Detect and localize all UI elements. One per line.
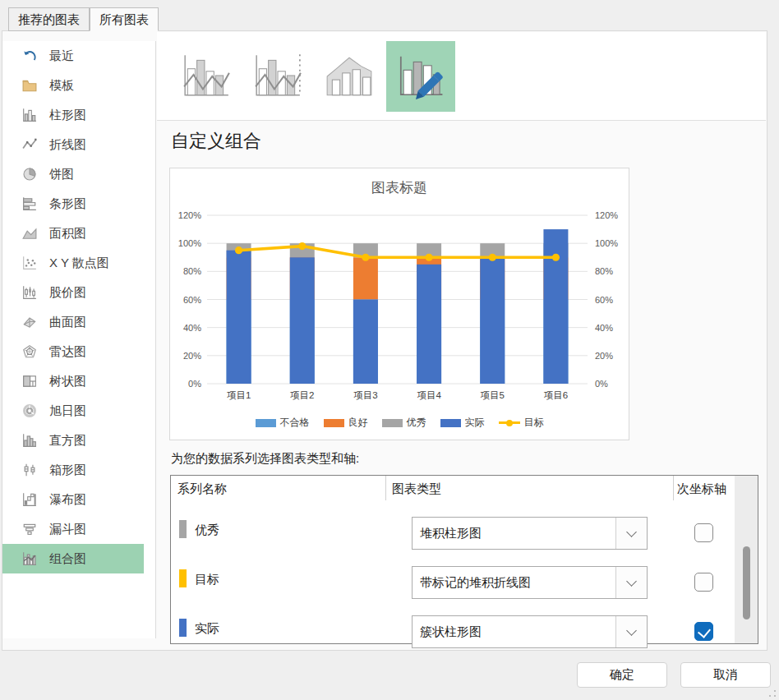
- sidebar-item-label: 饼图: [49, 167, 74, 182]
- dropdown-button[interactable]: [615, 567, 647, 598]
- sidebar-item-combo[interactable]: 组合图: [2, 544, 144, 573]
- chart-type-dropdown-目标[interactable]: 带标记的堆积折线图: [412, 566, 648, 599]
- ok-button[interactable]: 确定: [577, 662, 667, 688]
- chart-type-dropdown-实际[interactable]: 簇状柱形图: [412, 615, 648, 648]
- svg-text:80%: 80%: [183, 266, 201, 276]
- treemap-icon: [22, 374, 37, 389]
- sidebar-item-scatter[interactable]: X Y 散点图: [2, 248, 155, 278]
- series-row-目标: 目标带标记的堆积折线图: [171, 550, 735, 599]
- series-color-swatch: [179, 520, 187, 538]
- tab-all-charts[interactable]: 所有图表: [90, 7, 159, 31]
- sidebar-item-label: 面积图: [49, 226, 86, 242]
- chevron-down-icon: [626, 625, 637, 636]
- series-color-swatch: [179, 619, 187, 637]
- sidebar-item-label: X Y 散点图: [49, 256, 109, 271]
- funnel-icon: [22, 522, 37, 537]
- sidebar-item-label: 柱形图: [49, 108, 86, 123]
- cancel-button[interactable]: 取消: [680, 662, 771, 688]
- legend-line-swatch: [499, 419, 520, 427]
- sidebar-item-boxwhisker[interactable]: 箱形图: [2, 455, 155, 485]
- svg-text:40%: 40%: [183, 323, 201, 333]
- column-header-chart-type: 图表类型: [392, 481, 441, 497]
- pie-icon: [22, 167, 37, 182]
- sidebar-item-sunburst[interactable]: 旭日图: [2, 396, 155, 426]
- chart-type-dropdown-优秀[interactable]: 堆积柱形图: [412, 517, 648, 550]
- legend-item-良好: 良好: [324, 416, 368, 430]
- legend-item-不合格: 不合格: [256, 416, 310, 430]
- sidebar-item-area[interactable]: 面积图: [2, 219, 155, 248]
- sidebar-item-pie[interactable]: 饼图: [2, 159, 155, 189]
- table-scrollbar[interactable]: [735, 476, 758, 643]
- sidebar-item-histogram[interactable]: 直方图: [2, 426, 155, 455]
- sidebar-item-label: 漏斗图: [49, 522, 86, 537]
- area-icon: [22, 226, 37, 241]
- series-row-实际: 实际簇状柱形图: [171, 599, 735, 648]
- legend-swatch: [382, 419, 403, 427]
- series-row-优秀: 优秀堆积柱形图: [171, 500, 735, 550]
- scatter-icon: [22, 256, 37, 270]
- legend-label: 目标: [524, 416, 544, 430]
- chart-type-sidebar: 最近模板柱形图折线图饼图条形图面积图X Y 散点图股价图曲面图雷达图树状图旭日图…: [2, 41, 155, 638]
- dropdown-button[interactable]: [615, 518, 647, 549]
- sidebar-item-line[interactable]: 折线图: [2, 130, 155, 159]
- sidebar-item-label: 树状图: [49, 374, 86, 389]
- sidebar-item-radar[interactable]: 雷达图: [2, 337, 155, 366]
- dropdown-button[interactable]: [615, 616, 647, 647]
- sidebar-item-label: 曲面图: [49, 315, 86, 330]
- legend-item-实际: 实际: [440, 416, 485, 430]
- chart-legend: 不合格良好优秀实际目标: [170, 416, 629, 430]
- combo-type-stacked-area-clustered-column[interactable]: [315, 41, 384, 112]
- sidebar-item-label: 雷达图: [49, 344, 86, 360]
- legend-label: 优秀: [407, 416, 426, 430]
- legend-swatch: [440, 419, 461, 427]
- waterfall-icon: [22, 492, 37, 507]
- secondary-axis-checkbox-实际[interactable]: [694, 622, 713, 641]
- sidebar-item-label: 旭日图: [49, 403, 86, 419]
- boxwhisker-icon: [22, 463, 37, 477]
- svg-text:80%: 80%: [595, 266, 613, 276]
- column-header-secondary-axis: 次坐标轴: [677, 481, 726, 497]
- svg-text:项目3: 项目3: [353, 390, 377, 400]
- table-scrollbar-thumb[interactable]: [743, 546, 750, 619]
- sidebar-item-stock[interactable]: 股价图: [2, 278, 155, 307]
- svg-text:0%: 0%: [595, 379, 608, 389]
- sidebar-item-surface[interactable]: 曲面图: [2, 307, 155, 337]
- line-icon: [22, 137, 37, 152]
- sidebar-item-label: 股价图: [49, 285, 86, 301]
- sunburst-icon: [22, 403, 37, 418]
- legend-item-目标: 目标: [499, 416, 544, 430]
- sidebar-item-label: 箱形图: [49, 463, 86, 478]
- sidebar-item-label: 瀑布图: [49, 492, 86, 508]
- resize-grip[interactable]: [768, 689, 777, 698]
- chart-type-value: 簇状柱形图: [413, 624, 615, 640]
- combo-type-clustered-column-line[interactable]: [172, 41, 241, 112]
- sidebar-item-funnel[interactable]: 漏斗图: [2, 514, 155, 544]
- column-icon: [22, 108, 37, 122]
- tab-recommended-charts[interactable]: 推荐的图表: [8, 7, 90, 31]
- sidebar-item-waterfall[interactable]: 瀑布图: [2, 485, 155, 514]
- legend-swatch: [256, 419, 276, 427]
- sidebar-item-templates[interactable]: 模板: [2, 71, 155, 100]
- surface-icon: [22, 315, 37, 329]
- column-header-series-name: 系列名称: [177, 481, 227, 497]
- series-color-swatch: [179, 569, 187, 587]
- sidebar-item-bar[interactable]: 条形图: [2, 189, 155, 219]
- combo-type-clustered-column-line-secondary-axis[interactable]: [243, 41, 312, 112]
- svg-text:0%: 0%: [188, 379, 201, 389]
- sidebar-item-recent[interactable]: 最近: [2, 41, 155, 71]
- svg-text:100%: 100%: [178, 238, 201, 248]
- secondary-axis-checkbox-优秀[interactable]: [694, 523, 713, 542]
- combo-type-custom-combination[interactable]: [386, 41, 455, 112]
- legend-item-优秀: 优秀: [382, 416, 426, 430]
- sidebar-item-column[interactable]: 柱形图: [2, 100, 155, 130]
- series-name: 优秀: [195, 523, 219, 538]
- svg-text:120%: 120%: [178, 210, 201, 220]
- sidebar-item-label: 条形图: [49, 196, 86, 212]
- series-name: 目标: [195, 572, 219, 587]
- sidebar-item-treemap[interactable]: 树状图: [2, 366, 155, 396]
- radar-icon: [22, 344, 37, 359]
- svg-text:项目6: 项目6: [544, 390, 568, 400]
- secondary-axis-checkbox-目标[interactable]: [694, 573, 713, 592]
- recent-icon: [22, 48, 37, 63]
- svg-text:项目4: 项目4: [417, 390, 441, 400]
